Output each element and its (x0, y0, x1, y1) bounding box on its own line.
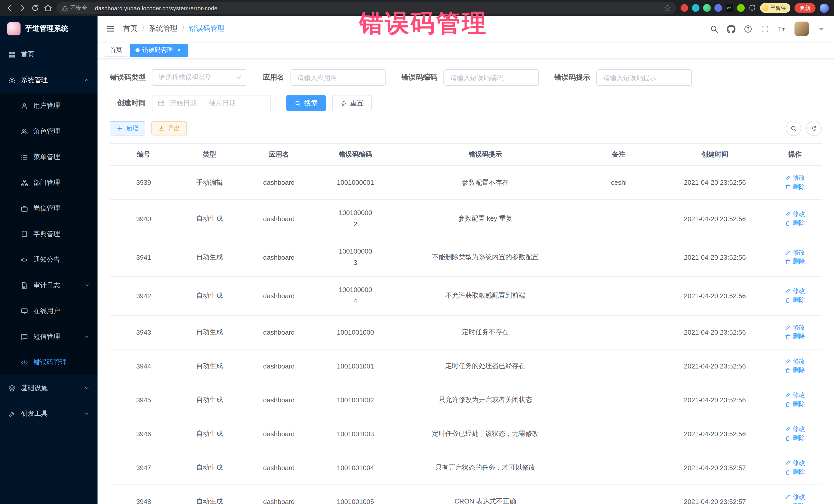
tab-error-code[interactable]: 错误码管理 × (130, 43, 188, 57)
sidebar-submenu-item[interactable]: 字典管理 (0, 221, 97, 247)
sync-paused-badge[interactable]: 已暂停 (760, 3, 790, 13)
extension-icon[interactable] (737, 4, 744, 12)
cell-id: 3946 (110, 417, 178, 451)
sidebar-submenu-item[interactable]: 错误码管理 (0, 350, 97, 375)
edit-link[interactable]: 修改 (785, 492, 805, 501)
edit-link[interactable]: 修改 (785, 425, 805, 434)
cell-app-name: dashboard (241, 238, 316, 277)
error-type-label: 错误码类型 (110, 73, 146, 82)
sidebar-submenu-item[interactable]: 短信管理 (0, 324, 97, 350)
sidebar-item-infra[interactable]: 基础设施 (0, 375, 97, 401)
date-range-picker[interactable]: 开始日期 - 结束日期 (152, 95, 271, 111)
extension-icon[interactable] (703, 4, 710, 12)
user-avatar[interactable] (794, 22, 809, 36)
cell-error-hint: 不允许获取敏感配置到前端 (395, 277, 576, 315)
error-code-input[interactable] (443, 69, 539, 86)
export-button[interactable]: 导出 (151, 121, 187, 135)
extension-icon[interactable]: on (725, 4, 733, 12)
extensions-menu-icon[interactable] (748, 4, 756, 12)
sidebar-submenu-item[interactable]: 部门管理 (0, 170, 97, 196)
table-row: 3945 自动生成 dashboard 1001001002 只允许修改为开启或… (110, 383, 822, 417)
add-button[interactable]: 新增 (110, 121, 145, 135)
cell-error-hint: 只有开启状态的任务，才可以修改 (395, 451, 576, 484)
reset-button[interactable]: 重置 (332, 95, 372, 111)
browser-forward-icon[interactable] (18, 4, 27, 12)
edit-link[interactable]: 修改 (785, 210, 805, 218)
caret-down-icon[interactable] (817, 24, 826, 33)
delete-link[interactable]: 删除 (785, 501, 805, 504)
delete-link[interactable]: 删除 (785, 434, 805, 442)
search-button[interactable]: 搜索 (286, 95, 326, 111)
fullscreen-icon[interactable] (761, 24, 769, 33)
browser-home-icon[interactable] (44, 4, 52, 12)
sidebar-submenu-item[interactable]: 岗位管理 (0, 196, 97, 221)
sidebar-submenu-item[interactable]: 通知公告 (0, 247, 97, 272)
tab-home[interactable]: 首页 (105, 43, 127, 57)
cell-operations: 修改 删除 (768, 484, 822, 504)
app-logo[interactable]: 芋道管理系统 (0, 16, 97, 42)
sidebar-submenu-item[interactable]: 在线用户 (0, 298, 97, 324)
menu-item-icon (21, 358, 28, 366)
browser-back-icon[interactable] (5, 4, 14, 12)
browser-profile-avatar[interactable] (820, 3, 829, 13)
font-size-icon[interactable]: TT (777, 24, 786, 33)
edit-link[interactable]: 修改 (785, 287, 805, 295)
hamburger-icon[interactable] (106, 24, 115, 34)
download-icon (158, 125, 165, 132)
emoji-face-icon (762, 5, 768, 11)
extension-icon[interactable] (692, 4, 699, 12)
browser-reload-icon[interactable] (31, 4, 40, 12)
edit-link[interactable]: 修改 (785, 248, 805, 257)
edit-link[interactable]: 修改 (785, 459, 805, 467)
browser-update-button[interactable]: 更新 (794, 3, 815, 13)
sidebar-item-system[interactable]: 系统管理 (0, 67, 97, 93)
sidebar-submenu-item[interactable]: 菜单管理 (0, 144, 97, 170)
extension-icon[interactable] (714, 4, 722, 12)
edit-link[interactable]: 修改 (785, 357, 805, 366)
app-name-input[interactable] (290, 69, 386, 86)
column-header: 类型 (178, 144, 242, 166)
toggle-search-button[interactable] (786, 120, 801, 136)
delete-link[interactable]: 删除 (785, 257, 805, 266)
edit-link[interactable]: 修改 (785, 391, 805, 399)
error-hint-input[interactable] (596, 69, 692, 86)
breadcrumb-system[interactable]: 系统管理 (149, 24, 178, 34)
edit-link[interactable]: 修改 (785, 174, 805, 182)
cell-error-code: 1001001001 (316, 349, 394, 383)
help-icon[interactable] (744, 24, 752, 33)
github-icon[interactable] (727, 24, 736, 33)
delete-link[interactable]: 删除 (785, 332, 805, 341)
delete-link[interactable]: 删除 (785, 296, 805, 305)
security-status[interactable]: 不安全 (62, 4, 87, 12)
delete-link[interactable]: 删除 (785, 467, 805, 476)
annotation-overlay-title: 错误码管理 (359, 7, 487, 40)
delete-icon (785, 435, 791, 441)
cell-app-name: dashboard (241, 315, 316, 349)
edit-link[interactable]: 修改 (785, 323, 805, 332)
chevron-down-icon (84, 411, 89, 416)
cell-created-time: 2021-04-20 23:52:56 (662, 383, 768, 417)
sidebar-submenu-item[interactable]: 角色管理 (0, 118, 97, 144)
refresh-table-button[interactable] (806, 120, 822, 136)
delete-link[interactable]: 删除 (785, 366, 805, 375)
cell-created-time: 2021-04-20 23:52:56 (662, 199, 768, 238)
cell-id: 3944 (110, 349, 178, 383)
delete-link[interactable]: 删除 (785, 219, 805, 227)
close-icon[interactable]: × (176, 46, 183, 53)
bookmark-star-icon[interactable] (663, 4, 671, 12)
sidebar-item-home[interactable]: 首页 (0, 42, 97, 67)
delete-icon (785, 469, 791, 475)
delete-link[interactable]: 删除 (785, 400, 805, 409)
breadcrumb-home[interactable]: 首页 (123, 24, 137, 34)
menu-item-label: 基础设施 (21, 384, 48, 393)
extension-icon[interactable] (680, 4, 688, 12)
menu-item-label: 通知公告 (34, 255, 60, 264)
divider (91, 5, 91, 11)
sidebar-submenu-item[interactable]: 审计日志 (0, 272, 97, 298)
search-icon[interactable] (710, 24, 719, 33)
delete-link[interactable]: 删除 (785, 182, 805, 191)
dashboard-icon (8, 50, 16, 58)
sidebar-item-devtools[interactable]: 研发工具 (0, 401, 97, 426)
sidebar-submenu-item[interactable]: 用户管理 (0, 93, 97, 118)
error-type-select[interactable]: 请选择错误码类型 (152, 69, 247, 86)
